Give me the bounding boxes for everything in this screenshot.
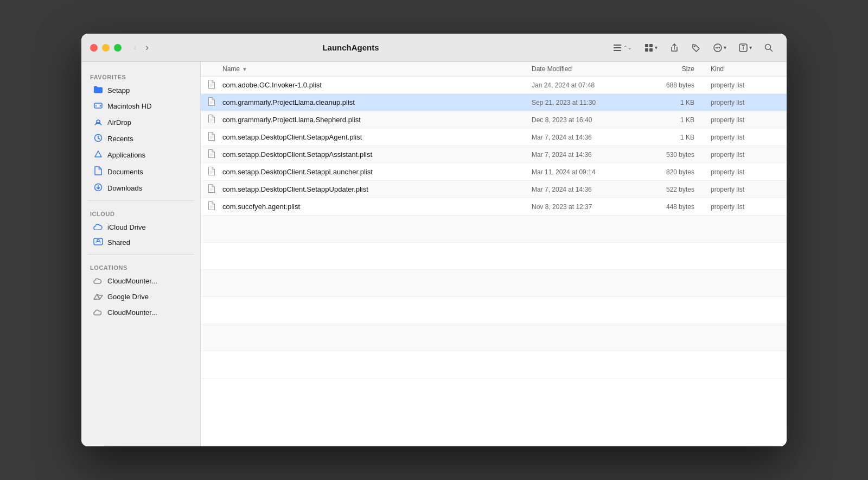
sidebar-label-google-drive: Google Drive (107, 293, 149, 301)
date-column-header[interactable]: Date Modified (532, 65, 640, 73)
sidebar-item-cloudmounter1[interactable]: CloudMounter... (85, 274, 197, 288)
grid-view-icon (644, 43, 654, 53)
more-chevron: ▾ (724, 45, 726, 50)
file-icon (201, 131, 222, 143)
file-date: Dec 8, 2023 at 16:40 (532, 116, 640, 124)
cloudmounter1-icon (93, 276, 103, 286)
table-row[interactable]: com.sucofyeh.agent.plist Nov 8, 2023 at … (201, 198, 787, 216)
table-row[interactable]: com.setapp.DesktopClient.SetappLauncher.… (201, 163, 787, 181)
file-date: Mar 7, 2024 at 14:36 (532, 186, 640, 193)
info-button[interactable]: ▾ (734, 41, 756, 55)
file-kind: property list (705, 168, 787, 176)
column-headers: Name ▼ Date Modified Size Kind (201, 62, 787, 77)
applications-icon (93, 150, 103, 160)
info-chevron: ▾ (749, 45, 752, 50)
search-icon (764, 43, 774, 53)
locations-header: Locations (81, 259, 200, 273)
file-kind: property list (705, 99, 787, 106)
documents-icon (93, 166, 103, 177)
favorites-header: Favorites (81, 68, 200, 83)
finder-window: ‹ › LaunchAgents ⌃⌄ (81, 34, 787, 446)
file-icon (201, 166, 222, 178)
file-date: Mar 7, 2024 at 14:36 (532, 151, 640, 159)
table-row[interactable]: com.setapp.DesktopClient.SetappAgent.pli… (201, 129, 787, 146)
share-button[interactable] (665, 41, 684, 55)
shared-icon (93, 238, 103, 247)
sidebar-item-downloads[interactable]: Downloads (85, 180, 197, 196)
file-icon (201, 114, 222, 125)
kind-column-header[interactable]: Kind (705, 65, 787, 73)
file-kind: property list (705, 151, 787, 159)
info-icon (738, 43, 748, 53)
table-row[interactable]: com.setapp.DesktopClient.SetappAssistant… (201, 146, 787, 163)
table-row[interactable]: com.setapp.DesktopClient.SetappUpdater.p… (201, 181, 787, 198)
more-icon (713, 43, 723, 53)
sidebar-item-macintosh-hd[interactable]: Macintosh HD (85, 98, 197, 114)
sidebar-label-recents: Recents (107, 135, 133, 143)
sidebar-item-shared[interactable]: Shared (85, 235, 197, 250)
file-name: com.setapp.DesktopClient.SetappUpdater.p… (222, 185, 532, 193)
sidebar-item-icloud-drive[interactable]: iCloud Drive (85, 220, 197, 235)
svg-rect-5 (645, 48, 648, 52)
name-column-header[interactable]: Name ▼ (201, 65, 532, 73)
svg-rect-1 (614, 47, 621, 48)
titlebar: ‹ › LaunchAgents ⌃⌄ (81, 34, 787, 62)
main-content: Name ▼ Date Modified Size Kind com.adobe… (201, 62, 787, 446)
sidebar-item-airdrop[interactable]: AirDrop (85, 115, 197, 130)
file-date: Mar 11, 2024 at 09:14 (532, 168, 640, 176)
window-title: LaunchAgents (93, 43, 608, 52)
file-size: 522 bytes (640, 186, 705, 193)
sidebar-label-icloud-drive: iCloud Drive (107, 223, 146, 231)
sidebar-divider-1 (88, 200, 194, 201)
sidebar-item-documents[interactable]: Documents (85, 163, 197, 180)
grid-view-button[interactable]: ▾ (640, 41, 662, 55)
sidebar-item-applications[interactable]: Applications (85, 147, 197, 163)
svg-rect-0 (614, 45, 621, 46)
sort-icon: ▼ (242, 66, 247, 72)
content-area: Favorites Setapp Macintosh HD AirDrop (81, 62, 787, 446)
size-column-header[interactable]: Size (640, 65, 705, 73)
icloud-header: iCloud (81, 205, 200, 219)
grid-view-chevron: ▾ (655, 45, 658, 50)
file-date: Sep 21, 2023 at 11:30 (532, 99, 640, 106)
sidebar: Favorites Setapp Macintosh HD AirDrop (81, 62, 201, 446)
sidebar-item-recents[interactable]: Recents (85, 131, 197, 147)
sidebar-item-setapp[interactable]: Setapp (85, 83, 197, 98)
table-row[interactable]: com.grammarly.ProjectLlama.Shepherd.plis… (201, 111, 787, 129)
file-name: com.setapp.DesktopClient.SetappAssistant… (222, 150, 532, 159)
list-view-button[interactable]: ⌃⌄ (608, 41, 636, 55)
sidebar-item-cloudmounter2[interactable]: CloudMounter... (85, 305, 197, 320)
downloads-icon (93, 183, 103, 193)
svg-rect-3 (645, 44, 648, 47)
tag-button[interactable] (687, 41, 705, 55)
sidebar-label-cloudmounter2: CloudMounter... (107, 308, 157, 317)
file-icon (201, 79, 222, 91)
file-name: com.setapp.DesktopClient.SetappAgent.pli… (222, 133, 532, 141)
search-button[interactable] (760, 41, 778, 55)
file-size: 820 bytes (640, 168, 705, 176)
file-kind: property list (705, 116, 787, 124)
svg-rect-4 (649, 44, 653, 47)
file-kind: property list (705, 81, 787, 89)
recents-icon (93, 134, 103, 144)
empty-row (201, 297, 787, 324)
file-size: 1 KB (640, 134, 705, 141)
table-row[interactable]: com.grammarly.ProjectLlama.cleanup.plist… (201, 94, 787, 111)
file-name: com.grammarly.ProjectLlama.Shepherd.plis… (222, 116, 532, 124)
svg-rect-6 (649, 48, 653, 52)
file-icon (201, 184, 222, 195)
sidebar-label-airdrop: AirDrop (107, 118, 131, 127)
file-name: com.grammarly.ProjectLlama.cleanup.plist (222, 98, 532, 106)
file-icon (201, 97, 222, 108)
icloud-drive-icon (93, 223, 103, 232)
table-row[interactable]: com.adobe.GC.Invoker-1.0.plist Jan 24, 2… (201, 77, 787, 94)
file-size: 688 bytes (640, 81, 705, 89)
more-button[interactable]: ▾ (709, 41, 731, 55)
file-icon (201, 201, 222, 212)
sidebar-label-applications: Applications (107, 151, 145, 159)
file-kind: property list (705, 186, 787, 193)
list-view-icon (612, 43, 622, 53)
sidebar-item-google-drive[interactable]: Google Drive (85, 289, 197, 305)
file-name: com.sucofyeh.agent.plist (222, 203, 532, 211)
sidebar-label-setapp: Setapp (107, 86, 130, 94)
